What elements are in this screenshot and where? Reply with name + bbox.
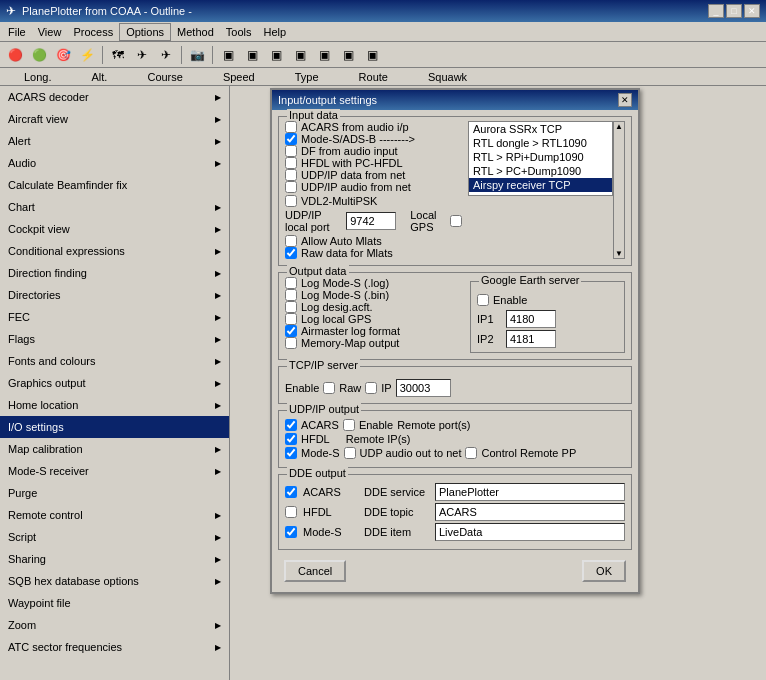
dropdown-item-rtl-pc[interactable]: RTL > PC+Dump1090 [469, 164, 612, 178]
udpip-data-checkbox[interactable] [285, 169, 297, 181]
sidebar-item-chart[interactable]: Chart▶ [0, 196, 229, 218]
toolbar-btn-5[interactable]: 🗺 [107, 44, 129, 66]
sidebar-item-home-location[interactable]: Home location▶ [0, 394, 229, 416]
close-button[interactable]: ✕ [744, 4, 760, 18]
dde-topic-input[interactable] [435, 503, 625, 521]
sidebar-item-directories[interactable]: Directories▶ [0, 284, 229, 306]
local-gps-checkbox[interactable] [450, 215, 462, 227]
toolbar-btn-11[interactable]: ▣ [265, 44, 287, 66]
sidebar-item-beamfinder[interactable]: Calculate Beamfinder fix [0, 174, 229, 196]
dropdown-item-rtl-dongle[interactable]: RTL dongle > RTL1090 [469, 136, 612, 150]
google-earth-enable-checkbox[interactable] [477, 294, 489, 306]
modes-checkbox[interactable] [285, 133, 297, 145]
sidebar-item-acars-decoder[interactable]: ACARS decoder▶ [0, 86, 229, 108]
dde-service-input[interactable] [435, 483, 625, 501]
geo-ip2-input[interactable] [506, 330, 556, 348]
udpip-port-input[interactable] [346, 212, 396, 230]
dde-acars-checkbox[interactable] [285, 486, 297, 498]
log-modes-log-checkbox[interactable] [285, 277, 297, 289]
memory-map-checkbox[interactable] [285, 337, 297, 349]
menu-file[interactable]: File [2, 24, 32, 40]
udpip-hfdl-checkbox[interactable] [285, 433, 297, 445]
menu-view[interactable]: View [32, 24, 68, 40]
menu-process[interactable]: Process [67, 24, 119, 40]
sidebar-item-sqb[interactable]: SQB hex database options▶ [0, 570, 229, 592]
tcpip-raw-checkbox[interactable] [365, 382, 377, 394]
udpip-enable-checkbox[interactable] [343, 419, 355, 431]
geo-ip1-input[interactable] [506, 310, 556, 328]
acars-audio-checkbox[interactable] [285, 121, 297, 133]
menu-method[interactable]: Method [171, 24, 220, 40]
toolbar-btn-12[interactable]: ▣ [289, 44, 311, 66]
dde-item-input[interactable] [435, 523, 625, 541]
dde-hfdl-checkbox[interactable] [285, 506, 297, 518]
toolbar-btn-1[interactable]: 🔴 [4, 44, 26, 66]
raw-mlats-checkbox[interactable] [285, 247, 297, 259]
hfdl-checkbox[interactable] [285, 157, 297, 169]
sidebar-item-remote-control[interactable]: Remote control▶ [0, 504, 229, 526]
modes-dropdown-list[interactable]: Aurora SSRx TCP RTL dongle > RTL1090 RTL… [468, 121, 613, 196]
arrow-icon: ▶ [215, 335, 221, 344]
df-audio-checkbox[interactable] [285, 145, 297, 157]
arrow-icon: ▶ [215, 555, 221, 564]
hf-selcal-checkbox[interactable] [285, 195, 297, 207]
ok-button[interactable]: OK [582, 560, 626, 582]
toolbar-btn-13[interactable]: ▣ [313, 44, 335, 66]
toolbar-btn-3[interactable]: 🎯 [52, 44, 74, 66]
toolbar-btn-4[interactable]: ⚡ [76, 44, 98, 66]
udpip-audio-checkbox[interactable] [285, 181, 297, 193]
tcpip-enable-checkbox[interactable] [323, 382, 335, 394]
minimize-button[interactable]: _ [708, 4, 724, 18]
dialog-close-button[interactable]: ✕ [618, 93, 632, 107]
toolbar-btn-14[interactable]: ▣ [337, 44, 359, 66]
sidebar-item-map-calibration[interactable]: Map calibration▶ [0, 438, 229, 460]
toolbar-btn-15[interactable]: ▣ [361, 44, 383, 66]
sidebar-item-modes-receiver[interactable]: Mode-S receiver▶ [0, 460, 229, 482]
log-local-gps-checkbox[interactable] [285, 313, 297, 325]
toolbar-btn-6[interactable]: ✈ [131, 44, 153, 66]
toolbar-btn-10[interactable]: ▣ [241, 44, 263, 66]
sidebar-item-aircraft-view[interactable]: Aircraft view▶ [0, 108, 229, 130]
dropdown-item-airspy[interactable]: Airspy receiver TCP [469, 178, 612, 192]
sidebar-item-io-settings[interactable]: I/O settings [0, 416, 229, 438]
dropdown-scrollbar[interactable]: ▲ ▼ [613, 121, 625, 259]
sidebar-item-script[interactable]: Script▶ [0, 526, 229, 548]
control-remote-checkbox[interactable] [465, 447, 477, 459]
dropdown-item-aurora[interactable]: Aurora SSRx TCP [469, 122, 612, 136]
maximize-button[interactable]: □ [726, 4, 742, 18]
toolbar-btn-8[interactable]: 📷 [186, 44, 208, 66]
log-modes-bin-checkbox[interactable] [285, 289, 297, 301]
udpip-audio-checkbox[interactable] [344, 447, 356, 459]
toolbar-btn-2[interactable]: 🟢 [28, 44, 50, 66]
udpip-modes-checkbox[interactable] [285, 447, 297, 459]
col-long: Long. [4, 71, 72, 83]
sidebar-item-alert[interactable]: Alert▶ [0, 130, 229, 152]
menu-tools[interactable]: Tools [220, 24, 258, 40]
sidebar-item-zoom[interactable]: Zoom▶ [0, 614, 229, 636]
dropdown-item-rtl-rpi[interactable]: RTL > RPi+Dump1090 [469, 150, 612, 164]
sidebar-item-flags[interactable]: Flags▶ [0, 328, 229, 350]
log-desig-checkbox[interactable] [285, 301, 297, 313]
tcpip-ip-input[interactable] [396, 379, 451, 397]
toolbar-btn-7[interactable]: ✈ [155, 44, 177, 66]
menu-options[interactable]: Options [119, 23, 171, 41]
sidebar-item-waypoint[interactable]: Waypoint file [0, 592, 229, 614]
sidebar-item-purge[interactable]: Purge [0, 482, 229, 504]
sidebar-item-fonts-colours[interactable]: Fonts and colours▶ [0, 350, 229, 372]
udpip-acars-checkbox[interactable] [285, 419, 297, 431]
sidebar-item-fec[interactable]: FEC▶ [0, 306, 229, 328]
sidebar-item-graphics-output[interactable]: Graphics output▶ [0, 372, 229, 394]
sidebar-item-atc[interactable]: ATC sector frequencies▶ [0, 636, 229, 658]
allow-auto-mlats-checkbox[interactable] [285, 235, 297, 247]
dde-modes-checkbox[interactable] [285, 526, 297, 538]
cancel-button[interactable]: Cancel [284, 560, 346, 582]
sidebar-item-cockpit-view[interactable]: Cockpit view▶ [0, 218, 229, 240]
toolbar: 🔴 🟢 🎯 ⚡ 🗺 ✈ ✈ 📷 ▣ ▣ ▣ ▣ ▣ ▣ ▣ [0, 42, 766, 68]
sidebar-item-direction-finding[interactable]: Direction finding▶ [0, 262, 229, 284]
sidebar-item-conditional-expressions[interactable]: Conditional expressions▶ [0, 240, 229, 262]
airmaster-checkbox[interactable] [285, 325, 297, 337]
toolbar-btn-9[interactable]: ▣ [217, 44, 239, 66]
sidebar-item-sharing[interactable]: Sharing▶ [0, 548, 229, 570]
menu-help[interactable]: Help [257, 24, 292, 40]
sidebar-item-audio[interactable]: Audio▶ [0, 152, 229, 174]
